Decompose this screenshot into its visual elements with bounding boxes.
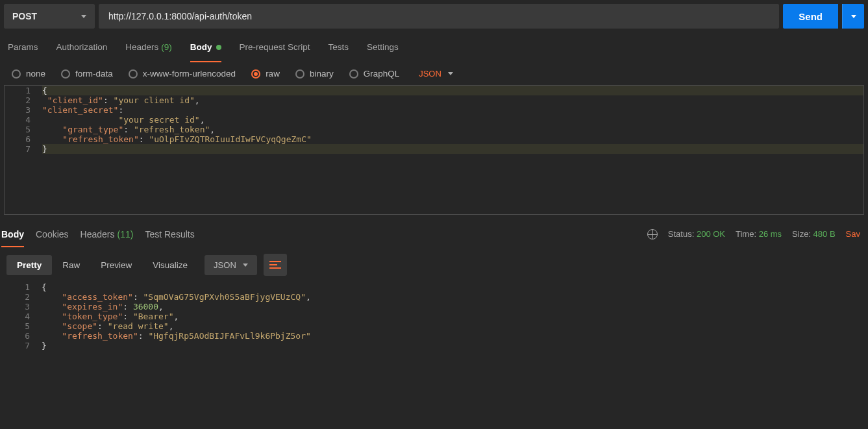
response-tab-test-results[interactable]: Test Results xyxy=(145,221,194,247)
radio-none[interactable]: none xyxy=(12,69,45,79)
line-number: 1 xyxy=(4,282,42,292)
size-label: Size: 480 B xyxy=(792,229,836,239)
line-number: 2 xyxy=(4,292,42,302)
send-button[interactable]: Send xyxy=(783,4,838,29)
line-number: 3 xyxy=(4,302,42,312)
radio-binary[interactable]: binary xyxy=(295,69,334,79)
radio-icon xyxy=(349,69,358,79)
line-number: 4 xyxy=(5,115,42,125)
line-number: 7 xyxy=(5,144,42,154)
response-tab-headers[interactable]: Headers (11) xyxy=(81,221,134,247)
request-body-editor[interactable]: 1{ 2 "client_id": "your client id", 3"cl… xyxy=(4,85,864,215)
line-number: 6 xyxy=(4,331,42,341)
wrap-lines-button[interactable] xyxy=(264,254,287,276)
chevron-down-icon xyxy=(448,72,453,75)
view-preview[interactable]: Preview xyxy=(90,255,142,275)
line-number: 5 xyxy=(4,321,42,331)
radio-urlencoded[interactable]: x-www-form-urlencoded xyxy=(129,69,236,79)
radio-icon xyxy=(295,69,304,79)
globe-icon[interactable] xyxy=(647,229,658,239)
tab-settings[interactable]: Settings xyxy=(367,32,399,62)
url-input[interactable] xyxy=(99,4,779,29)
line-number: 7 xyxy=(4,341,42,350)
line-number: 1 xyxy=(5,86,42,95)
chevron-down-icon xyxy=(81,15,86,18)
response-tab-body[interactable]: Body xyxy=(1,221,24,247)
chevron-down-icon xyxy=(243,264,248,267)
status-label: Status: 200 OK xyxy=(668,229,725,239)
tab-tests[interactable]: Tests xyxy=(328,32,349,62)
line-number: 6 xyxy=(5,134,42,144)
tab-params[interactable]: Params xyxy=(8,32,38,62)
http-method-value: POST xyxy=(12,11,37,21)
tab-pre-request[interactable]: Pre-request Script xyxy=(240,32,310,62)
tab-headers-label: Headers xyxy=(125,42,158,52)
line-number: 5 xyxy=(5,125,42,134)
radio-form-data[interactable]: form-data xyxy=(61,69,113,79)
view-visualize[interactable]: Visualize xyxy=(142,255,198,275)
response-body-viewer[interactable]: 1{ 2 "access_token": "SqmOVaG75VgPXvh0S5… xyxy=(4,282,864,350)
body-format-select[interactable]: JSON xyxy=(419,69,453,79)
radio-icon xyxy=(129,69,138,79)
radio-raw[interactable]: raw xyxy=(251,69,280,79)
tab-authorization[interactable]: Authorization xyxy=(56,32,108,62)
modified-dot-icon xyxy=(216,45,221,50)
response-tab-cookies[interactable]: Cookies xyxy=(36,221,69,247)
wrap-icon xyxy=(269,261,281,269)
radio-icon xyxy=(251,69,260,79)
tab-body-label: Body xyxy=(190,42,212,52)
headers-count: (9) xyxy=(161,42,172,52)
time-label: Time: 26 ms xyxy=(736,229,782,239)
chevron-down-icon xyxy=(851,15,856,18)
tab-headers[interactable]: Headers (9) xyxy=(125,32,172,62)
response-view-switch: Pretty Raw Preview Visualize xyxy=(6,255,198,275)
view-raw[interactable]: Raw xyxy=(52,255,90,275)
radio-icon xyxy=(12,69,21,79)
http-method-select[interactable]: POST xyxy=(4,4,95,29)
line-number: 2 xyxy=(5,95,42,105)
response-format-select[interactable]: JSON xyxy=(205,255,257,275)
radio-icon xyxy=(61,69,70,79)
radio-graphql[interactable]: GraphQL xyxy=(349,69,400,79)
line-number: 4 xyxy=(4,312,42,321)
view-pretty[interactable]: Pretty xyxy=(6,255,52,275)
send-options-button[interactable] xyxy=(842,4,864,29)
line-number: 3 xyxy=(5,105,42,115)
save-response-link[interactable]: Sav xyxy=(846,229,860,239)
tab-body[interactable]: Body xyxy=(190,32,221,62)
